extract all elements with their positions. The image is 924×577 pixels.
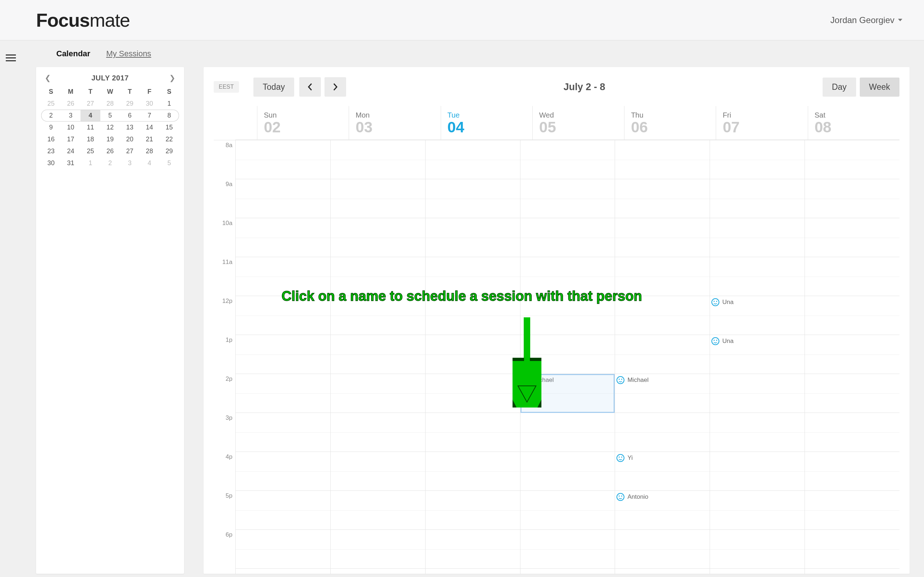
hour-label: 10a — [214, 220, 235, 259]
mini-cal-day[interactable]: 15 — [159, 121, 179, 134]
mini-cal-day[interactable]: 2 — [100, 157, 120, 169]
hour-label: 8a — [214, 142, 235, 181]
main-calendar: EEST Today July 2 - 8 Day Week Sun 02Mon — [204, 67, 909, 574]
day-number: 02 — [264, 119, 342, 136]
mini-cal-day[interactable]: 11 — [81, 121, 100, 134]
mini-cal-day[interactable]: 25 — [81, 145, 100, 157]
menu-icon[interactable] — [6, 53, 16, 63]
mini-cal-day[interactable]: 31 — [61, 157, 81, 169]
smiley-icon — [711, 298, 719, 306]
mini-cal-day[interactable]: 12 — [100, 121, 120, 134]
mini-cal-day[interactable]: 18 — [81, 134, 100, 145]
mini-cal-dow: T — [120, 86, 140, 98]
mini-cal-day[interactable]: 24 — [61, 145, 81, 157]
mini-cal-day[interactable]: 2 — [41, 110, 61, 121]
mini-cal-day[interactable]: 4 — [81, 110, 100, 121]
mini-cal-day[interactable]: 29 — [120, 98, 140, 110]
mini-cal-dow: F — [140, 86, 160, 98]
mini-cal-day[interactable]: 28 — [100, 98, 120, 110]
tab-calendar[interactable]: Calendar — [56, 49, 90, 58]
mini-cal-day[interactable]: 3 — [61, 110, 81, 121]
mini-cal-day[interactable]: 30 — [41, 157, 61, 169]
day-header: Sun 02 — [257, 106, 349, 140]
mini-cal-day[interactable]: 6 — [120, 110, 140, 121]
session-event[interactable]: Una — [711, 298, 804, 306]
mini-cal-dow: S — [41, 86, 61, 98]
day-header: Sat 08 — [808, 106, 900, 140]
mini-cal-day[interactable]: 27 — [81, 98, 100, 110]
smiley-icon — [711, 337, 719, 345]
mini-cal-day[interactable]: 7 — [140, 110, 160, 121]
user-name: Jordan Georgiev — [830, 15, 894, 25]
prev-week-button[interactable] — [299, 77, 321, 97]
mini-cal-day[interactable]: 14 — [140, 121, 160, 134]
mini-cal-day[interactable]: 30 — [140, 98, 160, 110]
mini-cal-title: JULY 2017 — [91, 74, 129, 82]
session-event[interactable]: Antonio — [617, 493, 709, 501]
today-button[interactable]: Today — [254, 77, 294, 97]
event-name: Una — [722, 338, 733, 345]
day-column[interactable]: UnaUna — [709, 140, 804, 574]
mini-cal-day[interactable]: 8 — [159, 110, 179, 121]
day-column[interactable] — [804, 140, 900, 574]
session-event[interactable]: Una — [711, 337, 804, 345]
hour-label: 11a — [214, 259, 235, 298]
hour-label: 2p — [214, 376, 235, 414]
tab-my-sessions[interactable]: My Sessions — [106, 49, 151, 58]
week-view-button[interactable]: Week — [860, 77, 900, 97]
day-column[interactable]: MichaelYiAntonio — [615, 140, 709, 574]
day-abbr: Sat — [815, 111, 893, 119]
mini-cal-day[interactable]: 9 — [41, 121, 61, 134]
mini-cal-day[interactable]: 17 — [61, 134, 81, 145]
mini-cal-day[interactable]: 28 — [140, 145, 160, 157]
calendar-toolbar: EEST Today July 2 - 8 Day Week — [214, 77, 900, 106]
mini-cal-day[interactable]: 25 — [41, 98, 61, 110]
day-abbr: Sun — [264, 111, 342, 119]
mini-cal-day[interactable]: 23 — [41, 145, 61, 157]
day-header: Wed 05 — [532, 106, 624, 140]
mini-cal-day[interactable]: 1 — [81, 157, 100, 169]
mini-cal-day[interactable]: 4 — [140, 157, 160, 169]
next-week-button[interactable] — [325, 77, 346, 97]
day-column[interactable] — [235, 140, 330, 574]
session-event[interactable]: Michael — [617, 376, 709, 384]
event-name: Yi — [627, 455, 633, 462]
mini-cal-prev[interactable]: ❮ — [45, 74, 51, 82]
session-event[interactable]: Yi — [617, 454, 709, 462]
timezone-button[interactable]: EEST — [214, 81, 239, 93]
mini-cal-day[interactable]: 21 — [140, 134, 160, 145]
day-abbr: Thu — [631, 111, 709, 119]
mini-cal-day[interactable]: 3 — [120, 157, 140, 169]
day-number: 04 — [447, 119, 526, 136]
mini-cal-next[interactable]: ❯ — [169, 74, 175, 82]
day-view-button[interactable]: Day — [822, 77, 856, 97]
annotation-arrow-icon — [512, 314, 541, 408]
mini-cal-dow: W — [100, 86, 120, 98]
mini-cal-day[interactable]: 13 — [120, 121, 140, 134]
mini-cal-day[interactable]: 27 — [120, 145, 140, 157]
mini-cal-day[interactable]: 29 — [159, 145, 179, 157]
day-header: Thu 06 — [624, 106, 716, 140]
mini-cal-dow: M — [61, 86, 81, 98]
user-menu[interactable]: Jordan Georgiev — [830, 15, 902, 25]
mini-cal-day[interactable]: 22 — [159, 134, 179, 145]
day-column[interactable] — [330, 140, 425, 574]
smiley-icon — [617, 376, 624, 384]
smiley-icon — [617, 493, 624, 501]
mini-cal-day[interactable]: 10 — [61, 121, 81, 134]
caret-down-icon — [898, 19, 902, 21]
day-column[interactable] — [425, 140, 520, 574]
mini-cal-day[interactable]: 19 — [100, 134, 120, 145]
mini-cal-day[interactable]: 1 — [159, 98, 179, 110]
day-number: 05 — [539, 119, 617, 136]
mini-cal-day[interactable]: 5 — [159, 157, 179, 169]
mini-cal-day[interactable]: 26 — [61, 98, 81, 110]
hour-label: 3p — [214, 414, 235, 453]
day-abbr: Tue — [447, 111, 526, 119]
day-abbr: Wed — [539, 111, 617, 119]
mini-cal-day[interactable]: 16 — [41, 134, 61, 145]
hour-label: 1p — [214, 337, 235, 376]
mini-cal-day[interactable]: 26 — [100, 145, 120, 157]
mini-cal-day[interactable]: 5 — [100, 110, 120, 121]
mini-cal-day[interactable]: 20 — [120, 134, 140, 145]
